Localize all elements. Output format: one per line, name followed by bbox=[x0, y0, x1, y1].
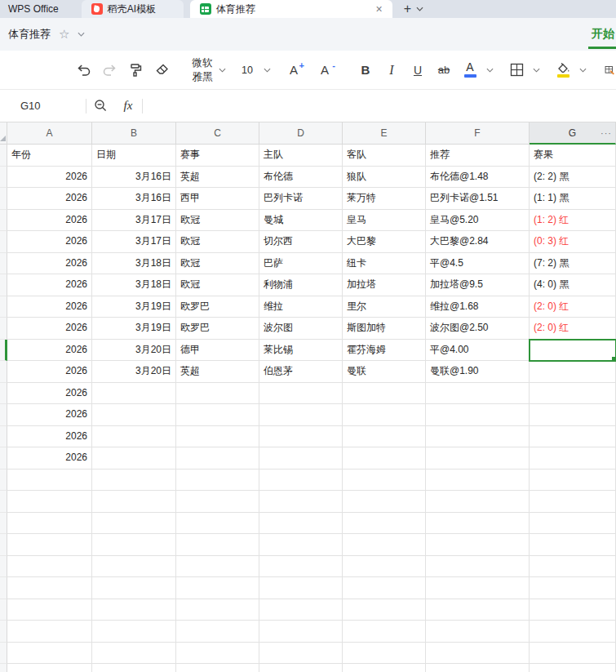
cell-G17[interactable] bbox=[530, 491, 616, 513]
cell-B6[interactable]: 3月18日 bbox=[92, 253, 176, 275]
cell-G22[interactable] bbox=[530, 599, 616, 621]
bold-button[interactable]: B bbox=[354, 58, 377, 82]
font-size-select[interactable]: 10 bbox=[236, 58, 259, 82]
cell-E18[interactable] bbox=[343, 513, 426, 535]
cell-C14[interactable] bbox=[176, 426, 259, 448]
cell-D22[interactable] bbox=[259, 599, 343, 621]
cell-G6[interactable]: (7: 2) 黑 bbox=[530, 253, 616, 275]
cell-C17[interactable] bbox=[176, 491, 259, 513]
cell-F14[interactable] bbox=[426, 426, 530, 448]
cell-F15[interactable] bbox=[426, 447, 530, 470]
row-header-11[interactable] bbox=[0, 361, 7, 383]
cell-E2[interactable]: 狼队 bbox=[343, 167, 426, 189]
cell-C16[interactable] bbox=[176, 470, 259, 492]
cell-E1[interactable]: 客队 bbox=[343, 145, 426, 167]
cell-D19[interactable] bbox=[259, 534, 343, 556]
cell-D3[interactable]: 巴列卡诺 bbox=[259, 188, 343, 210]
cell-A7[interactable]: 2026 bbox=[7, 274, 92, 296]
cell-D15[interactable] bbox=[259, 447, 343, 470]
cell-E10[interactable]: 霍芬海姆 bbox=[343, 340, 426, 362]
row-header-24[interactable] bbox=[0, 643, 7, 665]
cell-F8[interactable]: 维拉@1.68 bbox=[426, 296, 530, 318]
cell-F13[interactable] bbox=[426, 404, 530, 426]
cell-G19[interactable] bbox=[530, 534, 616, 556]
cell-A2[interactable]: 2026 bbox=[7, 167, 92, 189]
row-header-6[interactable] bbox=[0, 253, 7, 275]
cell-A9[interactable]: 2026 bbox=[7, 318, 92, 340]
cell-B3[interactable]: 3月16日 bbox=[92, 188, 176, 210]
cell-B19[interactable] bbox=[92, 534, 176, 556]
cell-B15[interactable] bbox=[92, 447, 176, 470]
cell-C2[interactable]: 英超 bbox=[176, 167, 259, 189]
insert-function-icon[interactable]: fx bbox=[114, 99, 142, 113]
cell-D2[interactable]: 布伦德 bbox=[259, 167, 343, 189]
cell-G21[interactable] bbox=[530, 577, 616, 599]
row-header-3[interactable] bbox=[0, 188, 7, 210]
cell-A8[interactable]: 2026 bbox=[7, 296, 92, 318]
cell-C25[interactable] bbox=[176, 664, 259, 672]
column-header-A[interactable]: A bbox=[7, 122, 92, 145]
cell-D8[interactable]: 维拉 bbox=[259, 296, 343, 318]
select-all-corner[interactable] bbox=[0, 122, 7, 145]
row-header-13[interactable] bbox=[0, 404, 7, 426]
cell-G10[interactable] bbox=[530, 340, 616, 362]
cell-D7[interactable]: 利物浦 bbox=[259, 274, 343, 296]
cell-E8[interactable]: 里尔 bbox=[343, 296, 426, 318]
italic-button[interactable]: I bbox=[380, 58, 403, 82]
cell-G14[interactable] bbox=[530, 426, 616, 448]
cell-B13[interactable] bbox=[92, 404, 176, 426]
cell-D24[interactable] bbox=[259, 643, 343, 665]
row-header-8[interactable] bbox=[0, 296, 7, 318]
tab-docer-template[interactable]: 稻壳AI模板 bbox=[82, 0, 184, 18]
cell-A6[interactable]: 2026 bbox=[7, 253, 92, 275]
column-header-B[interactable]: B bbox=[92, 122, 176, 145]
cell-E15[interactable] bbox=[343, 447, 426, 470]
cell-B7[interactable]: 3月18日 bbox=[92, 274, 176, 296]
underline-button[interactable]: U bbox=[406, 58, 429, 82]
cell-E6[interactable]: 纽卡 bbox=[343, 253, 426, 275]
cell-G15[interactable] bbox=[530, 447, 616, 470]
row-header-20[interactable] bbox=[0, 556, 7, 578]
cell-E23[interactable] bbox=[343, 621, 426, 643]
cell-E5[interactable]: 大巴黎 bbox=[343, 231, 426, 253]
cell-B2[interactable]: 3月16日 bbox=[92, 167, 176, 189]
row-header-15[interactable] bbox=[0, 447, 7, 470]
cell-style-button[interactable]: 样式 bbox=[600, 56, 616, 85]
cell-F24[interactable] bbox=[426, 643, 530, 665]
title-dropdown-icon[interactable] bbox=[78, 32, 85, 37]
cell-E14[interactable] bbox=[343, 426, 426, 448]
cell-A16[interactable] bbox=[7, 470, 92, 492]
cell-E4[interactable]: 皇马 bbox=[343, 210, 426, 232]
row-header-5[interactable] bbox=[0, 231, 7, 253]
cell-F25[interactable] bbox=[426, 664, 530, 672]
cell-D1[interactable]: 主队 bbox=[259, 145, 343, 167]
cell-C12[interactable] bbox=[176, 383, 259, 405]
cell-F11[interactable]: 曼联@1.90 bbox=[426, 361, 530, 383]
cell-B12[interactable] bbox=[92, 383, 176, 405]
cell-G24[interactable] bbox=[530, 643, 616, 665]
ribbon-tab-home[interactable]: 开始 bbox=[580, 18, 616, 51]
new-tab-dropdown-icon[interactable] bbox=[416, 0, 430, 18]
column-header-G[interactable]: G··· bbox=[530, 122, 616, 145]
cell-A23[interactable] bbox=[7, 621, 92, 643]
cell-E19[interactable] bbox=[343, 534, 426, 556]
cell-C15[interactable] bbox=[176, 447, 259, 470]
cell-C6[interactable]: 欧冠 bbox=[176, 253, 259, 275]
cell-F2[interactable]: 布伦德@1.48 bbox=[426, 167, 530, 189]
cell-D21[interactable] bbox=[259, 577, 343, 599]
cell-D14[interactable] bbox=[259, 426, 343, 448]
row-header-9[interactable] bbox=[0, 318, 7, 340]
fill-color-button[interactable] bbox=[552, 58, 574, 82]
row-header-7[interactable] bbox=[0, 274, 7, 296]
cell-F23[interactable] bbox=[426, 621, 530, 643]
cell-C1[interactable]: 赛事 bbox=[176, 145, 259, 167]
cell-E17[interactable] bbox=[343, 491, 426, 513]
cell-E12[interactable] bbox=[343, 383, 426, 405]
cell-F16[interactable] bbox=[426, 470, 530, 492]
cell-G12[interactable] bbox=[530, 383, 616, 405]
fill-color-dropdown-icon[interactable] bbox=[578, 68, 588, 73]
cell-A12[interactable]: 2026 bbox=[7, 383, 92, 405]
cell-D4[interactable]: 曼城 bbox=[259, 210, 343, 232]
cell-F5[interactable]: 大巴黎@2.84 bbox=[426, 231, 530, 253]
cell-G20[interactable] bbox=[530, 556, 616, 578]
